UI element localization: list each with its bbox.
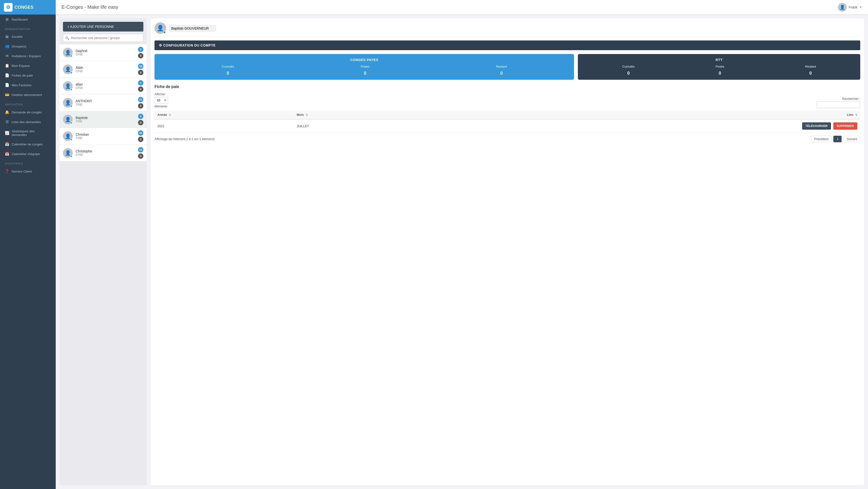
groupes-icon: 👥 (5, 44, 9, 49)
sidebar-item-label: Calendrier de congès (11, 142, 42, 146)
sidebar-item-label: Statistiques des demandes (11, 130, 51, 137)
config-bar-label: ⚙ CONFIGURATION DU COMPTE (159, 44, 216, 47)
mon-espace-icon: 📋 (5, 63, 9, 68)
rtt-cumules-label: Cumulés (622, 65, 634, 68)
person-item[interactable]: 👤 Baptiste TIRB 0 0 (60, 111, 147, 128)
person-name: allan (75, 82, 135, 86)
sidebar-item-mes-factures[interactable]: 📄 Mes Factures (0, 80, 56, 90)
person-group: CFMI (75, 153, 135, 156)
sidebar-item-fiches-paie[interactable]: 📄 Fiches de paie (0, 70, 56, 80)
footer-text: Affichage de l'élément 1 à 1 sur 1 éléme… (155, 137, 215, 141)
sidebar-item-invitations[interactable]: ✉ Invitations / Equipes (0, 51, 56, 61)
online-dot (70, 138, 72, 141)
sidebar: ⚙ CONGES ⊞ Dashboard ADMINISTRATION 🏛 So… (0, 0, 56, 489)
sidebar-item-groupes[interactable]: 👥 Groupe(s) (0, 41, 56, 51)
table-footer: Affichage de l'élément 1 à 1 sur 1 éléme… (155, 136, 860, 142)
sort-lien-icon[interactable]: ⇅ (855, 113, 857, 116)
badge-secondary: 0 (138, 87, 144, 92)
prev-button[interactable]: Précédent (811, 136, 831, 142)
liste-demandes-icon: ☰ (5, 120, 9, 124)
calendrier-conges-icon: 📅 (5, 142, 9, 146)
sidebar-item-label: Dashboard (11, 18, 28, 21)
fiche-table: Année ⇅ Mois ⇅ Lien ⇅ (155, 111, 860, 133)
sidebar-item-dashboard[interactable]: ⊞ Dashboard (0, 15, 56, 24)
person-badges: 58 0 (138, 63, 144, 75)
stats-icon: 📈 (5, 131, 9, 135)
col-annee: Année ⇅ (155, 111, 294, 119)
gestion-abo-icon: 💳 (5, 92, 9, 97)
badge-secondary: 0 (138, 103, 144, 109)
search-icon: 🔍 (65, 36, 69, 40)
afficher-select-wrap: 10 25 50 100 (155, 97, 168, 104)
page-1-button[interactable]: 1 (833, 136, 841, 142)
profile-name-input[interactable] (169, 25, 216, 31)
dashboard-icon: ⊞ (5, 17, 9, 22)
sidebar-item-mon-espace[interactable]: 📋 Mon Espace (0, 61, 56, 70)
person-name: Christian (75, 133, 135, 137)
person-info: Alain CFMI (75, 66, 135, 73)
online-dot (70, 155, 72, 157)
badge-count: 2 (138, 80, 144, 86)
afficher-select[interactable]: 10 25 50 100 (155, 97, 168, 104)
sidebar-item-societe[interactable]: 🏛 Société (0, 32, 56, 41)
person-group: CFMI (75, 53, 135, 56)
sidebar-item-liste-demandes[interactable]: ☰ Liste des demandes (0, 117, 56, 127)
profile-name-box (169, 25, 216, 31)
conges-cumules-label: Cumulés (222, 65, 234, 68)
person-item[interactable]: 👤 Daphné CFMI 0 0 (60, 44, 147, 61)
search-input[interactable] (63, 34, 144, 42)
next-button[interactable]: Suivant (843, 136, 860, 142)
admin-section-label: ADMINISTRATION (0, 24, 56, 32)
add-person-button[interactable]: + AJOUTER UNE PERSONNE (63, 22, 144, 31)
sidebar-item-demande-conges[interactable]: 🔔 Demande de congès (0, 107, 56, 117)
col-mois: Mois ⇅ (294, 111, 423, 119)
left-panel: + AJOUTER UNE PERSONNE 🔍 👤 Daphné CFMI 0… (60, 19, 147, 485)
sort-mois-icon[interactable]: ⇅ (306, 113, 308, 116)
conges-restant-value: 0 (496, 71, 507, 76)
sidebar-item-label: Mon Espace (11, 64, 30, 67)
delete-button[interactable]: SUPPRIMER (833, 122, 857, 130)
calendrier-equipe-icon: 📅 (5, 152, 9, 156)
conges-payes-title: CONGES PAYES (158, 58, 570, 62)
conges-payes-cols: Cumulés 0 Posés 0 Restant 0 (158, 65, 570, 76)
sort-annee-icon[interactable]: ⇅ (169, 113, 171, 116)
online-dot (70, 122, 72, 124)
person-item[interactable]: 👤 Christian TIRB 28 0 (60, 128, 147, 144)
logo[interactable]: ⚙ CONGES (0, 0, 56, 15)
person-group: TIRB (75, 120, 135, 123)
sidebar-item-label: Groupe(s) (11, 45, 26, 48)
person-group: TIRB (75, 137, 135, 140)
profile-header: 👤 (155, 22, 860, 36)
sidebar-item-gestion-abo[interactable]: 💳 Gestion abonnement (0, 90, 56, 99)
sidebar-item-label: Demande de congès (11, 111, 42, 114)
sidebar-item-calendrier-conges[interactable]: 📅 Calendrier de congès (0, 139, 56, 149)
topbar-user[interactable]: 👤 Frank ▼ (838, 3, 862, 11)
person-name: Baptiste (75, 116, 135, 120)
societe-icon: 🏛 (5, 35, 9, 39)
table-row: 2021 JUILLET TÉLÉCHARGER SUPPRIMER (155, 119, 860, 133)
conges-poses-value: 0 (361, 71, 369, 76)
sidebar-item-calendrier-equipe[interactable]: 📅 Calendrier d'équipe (0, 149, 56, 159)
sidebar-item-label: Société (11, 35, 23, 38)
person-item[interactable]: 👤 allan CFMI 2 0 (60, 78, 147, 94)
person-item[interactable]: 👤 Christophe CFMI 16 0 (60, 145, 147, 161)
conges-restant-col: Restant 0 (496, 65, 507, 76)
sidebar-item-service-client[interactable]: ❓ Service Client (0, 167, 56, 176)
badge-count: 0 (138, 114, 144, 119)
person-item[interactable]: 👤 ANTHONY TIRB 23 0 (60, 94, 147, 111)
person-item[interactable]: 👤 Alain CFMI 58 0 (60, 61, 147, 78)
afficher-group: Afficher 10 25 50 100 éléments (155, 92, 168, 108)
online-dot (70, 71, 72, 74)
nav-section-label: NAVIGATION (0, 99, 56, 107)
person-badges: 23 0 (138, 97, 144, 109)
person-name: Christophe (75, 149, 135, 153)
rtt-restant-label: Restant (805, 65, 816, 68)
elements-label: éléments (155, 105, 168, 108)
search-box: 🔍 (63, 34, 144, 42)
download-button[interactable]: TÉLÉCHARGER (802, 122, 831, 130)
person-avatar: 👤 (63, 81, 73, 91)
rechercher-input[interactable] (817, 102, 860, 108)
sidebar-item-stats[interactable]: 📈 Statistiques des demandes (0, 127, 56, 139)
invitations-icon: ✉ (5, 54, 9, 58)
sidebar-item-label: Fiches de paie (11, 74, 33, 77)
